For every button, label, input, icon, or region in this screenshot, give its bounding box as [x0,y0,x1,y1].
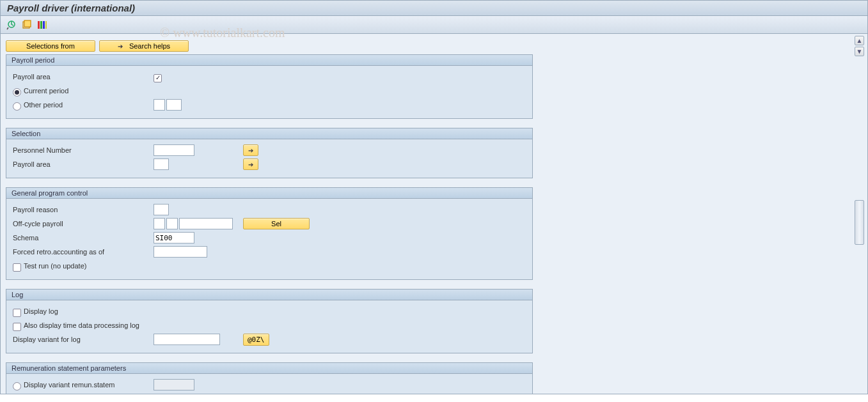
group-selection: Selection Personnel Number Payroll area [6,128,533,178]
off-cycle-input-3[interactable] [179,218,233,229]
test-run-label: Test run (no update) [24,262,86,270]
page-title: Payroll driver (international) [7,3,135,13]
personnel-number-input[interactable] [154,144,194,156]
svg-rect-5 [43,21,45,29]
current-period-label: Current period [24,87,68,95]
schema-input[interactable] [154,232,194,244]
arrow-right-icon [248,160,253,168]
payroll-area-checkbox[interactable] [154,74,162,82]
test-run-checkbox[interactable] [13,263,21,272]
scrollbar-handle[interactable] [855,200,864,245]
app-toolbar [0,16,868,34]
arrow-right-icon [248,146,253,154]
other-period-input-2[interactable] [166,99,182,111]
group-payroll-period: Payroll period Payroll area Current peri… [6,54,533,119]
color-bars-icon[interactable] [36,19,48,31]
current-period-radio[interactable] [13,88,21,97]
personnel-number-more-button[interactable] [243,144,258,156]
arrow-right-icon [118,42,123,50]
display-variant-remun-input[interactable] [154,379,194,390]
selections-from-label: Selections from [26,42,75,50]
search-helps-label: Search helps [129,42,170,50]
forced-retro-label: Forced retro.accounting as of [13,248,154,256]
sel-button[interactable]: Sel [243,218,310,229]
other-period-input-1[interactable] [154,99,165,111]
svg-rect-4 [40,21,42,29]
search-helps-button[interactable]: Search helps [99,40,189,52]
selection-payroll-area-input[interactable] [154,158,169,170]
group-log: Log Display log Also display time data p… [6,289,533,353]
svg-rect-3 [38,21,40,29]
off-cycle-label: Off-cycle payroll [13,220,154,228]
svg-rect-6 [45,21,47,29]
display-variant-log-label: Display variant for log [13,336,154,343]
group-header-selection: Selection [6,128,532,139]
sel-button-label: Sel [271,220,281,228]
get-variant-icon[interactable] [21,19,33,31]
off-cycle-input-1[interactable] [154,218,165,229]
svg-rect-2 [24,20,31,27]
scroll-down-button[interactable]: ▼ [855,47,864,56]
group-header-remuneration: Remuneration statement parameters [6,363,532,374]
group-general-control: General program control Payroll reason O… [6,187,533,280]
content-area: ▲ ▼ Selections from Search helps Payroll… [0,34,868,394]
selections-from-button[interactable]: Selections from [6,40,95,52]
page-title-bar: Payroll driver (international) [0,0,868,16]
display-variant-remun-label: Display variant remun.statem [24,381,114,389]
group-header-payroll-period: Payroll period [6,55,532,66]
group-header-log: Log [6,290,532,300]
execute-icon[interactable] [6,19,17,31]
payroll-area-label: Payroll area [13,73,154,81]
top-button-row: Selections from Search helps [6,40,862,52]
other-period-label: Other period [24,101,63,109]
display-variant-button-label: @0Z\ [248,336,265,344]
payroll-reason-input[interactable] [154,204,169,215]
group-header-general: General program control [6,188,532,199]
also-display-checkbox[interactable] [13,323,21,331]
selection-payroll-area-label: Payroll area [13,160,154,168]
other-period-radio[interactable] [13,102,21,111]
also-display-label: Also display time data processing log [24,321,139,329]
scroll-up-button[interactable]: ▲ [855,36,864,45]
display-variant-log-input[interactable] [154,334,220,345]
payroll-reason-label: Payroll reason [13,206,154,213]
group-remuneration: Remuneration statement parameters Displa… [6,362,533,394]
scroll-controls: ▲ ▼ [855,36,864,56]
display-log-checkbox[interactable] [13,309,21,317]
schema-label: Schema [13,234,154,242]
forced-retro-input[interactable] [154,246,207,258]
selection-payroll-area-more-button[interactable] [243,158,258,170]
off-cycle-input-2[interactable] [166,218,178,229]
display-variant-button[interactable]: @0Z\ [243,334,269,346]
display-log-label: Display log [24,307,58,315]
personnel-number-label: Personnel Number [13,146,154,154]
display-variant-remun-radio[interactable] [13,382,21,390]
